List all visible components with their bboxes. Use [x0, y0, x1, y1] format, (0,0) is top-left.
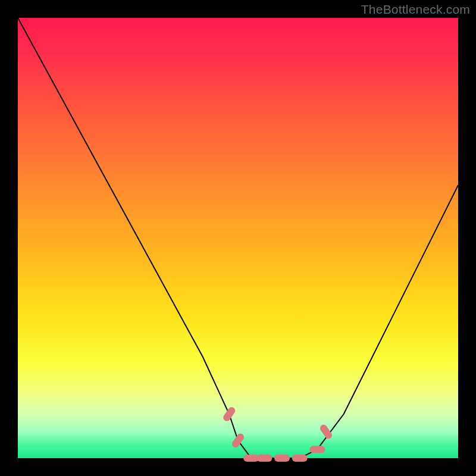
highlight-markers-group — [222, 406, 334, 462]
highlight-marker — [319, 424, 334, 440]
highlight-marker — [231, 432, 246, 449]
highlight-marker — [243, 455, 259, 462]
highlight-marker — [222, 406, 237, 422]
bottleneck-curve-path — [18, 18, 458, 458]
chart-frame: TheBottleneck.com — [0, 0, 476, 476]
highlight-marker — [309, 446, 325, 453]
watermark-text: TheBottleneck.com — [361, 2, 470, 17]
plot-area — [18, 18, 458, 458]
curve-svg — [18, 18, 458, 458]
highlight-marker — [274, 455, 290, 462]
highlight-marker — [256, 455, 272, 462]
highlight-marker — [292, 455, 308, 462]
